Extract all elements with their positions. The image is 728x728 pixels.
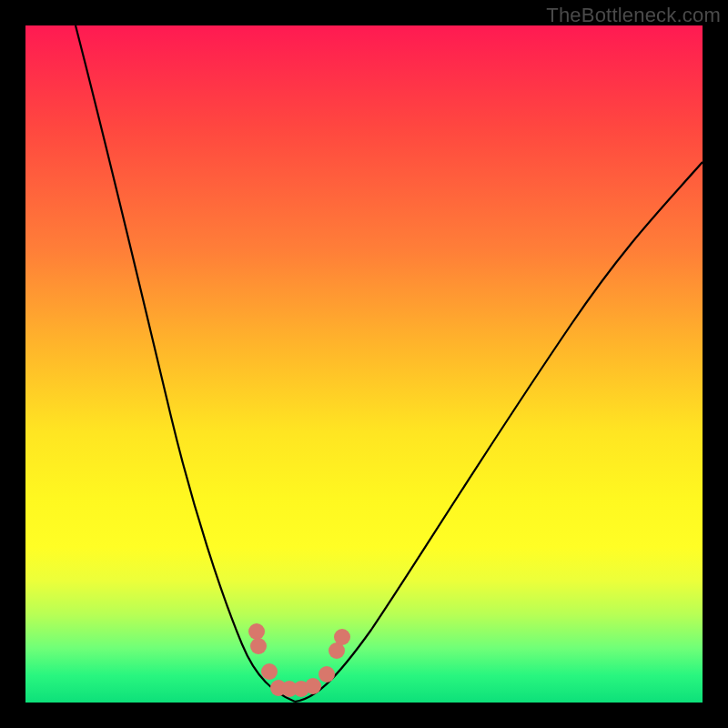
valley-dot (305, 678, 321, 694)
valley-dots-group (248, 623, 350, 697)
valley-dot (318, 666, 335, 682)
curve-left (76, 25, 295, 702)
valley-dot (334, 629, 350, 645)
chart-frame: TheBottleneck.com (0, 0, 728, 728)
curve-right (295, 162, 703, 702)
valley-dot (248, 623, 265, 640)
valley-dot (250, 638, 267, 654)
curve-layer (25, 25, 703, 703)
valley-dot (261, 663, 278, 680)
watermark-text: TheBottleneck.com (546, 4, 721, 27)
plot-area (25, 25, 703, 703)
